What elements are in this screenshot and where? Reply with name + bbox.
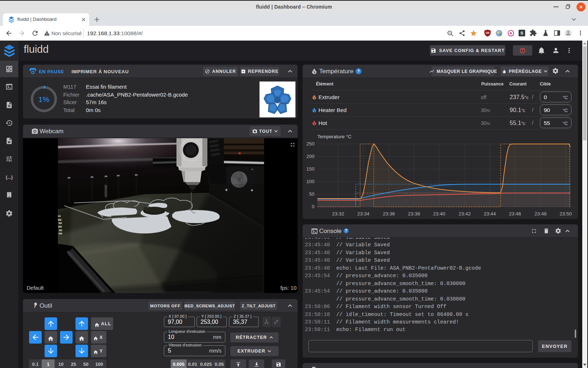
svg-text:23:38: 23:38 xyxy=(408,211,420,216)
svg-text:{...}: {...} xyxy=(5,175,13,180)
svg-text:23:42: 23:42 xyxy=(459,211,471,216)
svg-text:23:48: 23:48 xyxy=(534,211,547,216)
svg-text:250: 250 xyxy=(306,141,314,146)
svg-text:Temperature °C: Temperature °C xyxy=(317,134,352,139)
svg-text:23:32: 23:32 xyxy=(332,211,344,216)
svg-text:U0: U0 xyxy=(486,31,490,34)
svg-text:23:40: 23:40 xyxy=(433,211,445,216)
svg-text:23:34: 23:34 xyxy=(357,211,369,216)
svg-text:50: 50 xyxy=(309,191,314,197)
svg-text:100: 100 xyxy=(306,179,314,184)
svg-text:1%: 1% xyxy=(38,95,49,103)
svg-text:S: S xyxy=(520,31,523,35)
svg-text:23:50: 23:50 xyxy=(560,211,572,216)
svg-text:0: 0 xyxy=(312,204,314,209)
svg-text:150: 150 xyxy=(306,166,314,172)
svg-text:200: 200 xyxy=(306,154,314,159)
svg-text:23:46: 23:46 xyxy=(509,211,521,216)
svg-text:23:44: 23:44 xyxy=(484,211,496,216)
svg-text:23:36: 23:36 xyxy=(383,211,395,216)
